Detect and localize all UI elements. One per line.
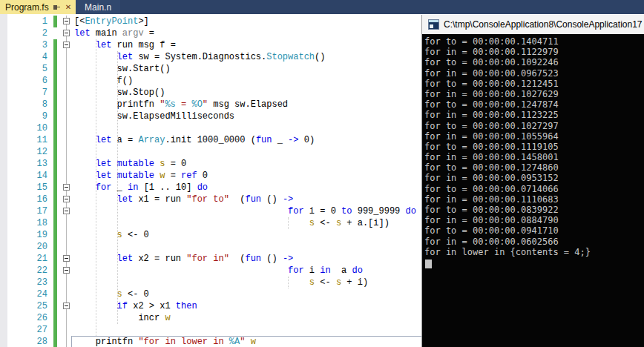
line-number: 13 — [0, 158, 53, 170]
change-bar — [53, 39, 57, 51]
console-app-icon — [428, 19, 439, 30]
change-bar — [53, 182, 57, 194]
ide-screen: Program.fs ✕ Main.n 1[<EntryPoint>]2let … — [0, 0, 644, 347]
outline-margin — [59, 87, 74, 99]
outline-margin — [59, 194, 74, 205]
outline-margin — [59, 253, 74, 265]
line-number: 15 — [0, 182, 53, 194]
outline-margin — [59, 158, 74, 170]
console-line: for in lower in {contents = 4;} — [424, 247, 644, 257]
console-line: for to = 00:00:00.1247874 — [424, 99, 644, 110]
line-number: 11 — [0, 134, 53, 146]
console-line: for to = 00:00:00.1404711 — [424, 36, 644, 47]
change-bar — [53, 253, 57, 265]
collapse-icon[interactable] — [63, 196, 70, 202]
console-line: for to = 00:00:00.0714066 — [424, 184, 644, 194]
change-bar — [53, 217, 57, 229]
change-bar — [53, 277, 57, 288]
console-line: for to = 00:00:00.1027297 — [424, 121, 644, 131]
outline-margin — [59, 27, 74, 39]
change-bar — [53, 158, 57, 170]
console-title-bar[interactable]: C:\tmp\ConsoleApplication8\ConsoleApplic… — [422, 15, 644, 34]
console-line: for in = 00:00:00.1110683 — [424, 194, 644, 205]
change-bar — [53, 122, 57, 134]
line-number: 21 — [0, 253, 53, 265]
line-number: 8 — [0, 99, 53, 110]
outline-margin — [59, 16, 74, 27]
console-window[interactable]: C:\tmp\ConsoleApplication8\ConsoleApplic… — [421, 15, 644, 347]
outline-margin — [59, 170, 74, 182]
collapse-icon[interactable] — [63, 303, 70, 309]
collapse-icon[interactable] — [63, 208, 70, 214]
outline-margin — [59, 336, 74, 347]
line-number: 3 — [0, 39, 53, 51]
collapse-icon[interactable] — [63, 255, 70, 262]
tab-program-fs[interactable]: Program.fs ✕ — [0, 0, 76, 14]
console-line: for in = 00:00:00.0884790 — [424, 215, 644, 225]
outline-margin — [59, 217, 74, 229]
line-number: 5 — [0, 63, 53, 75]
change-bar — [53, 75, 57, 87]
console-line: for to = 00:00:00.1274860 — [424, 162, 644, 173]
change-bar — [53, 288, 57, 300]
change-bar — [53, 194, 57, 205]
collapse-icon[interactable] — [63, 42, 70, 48]
outline-margin — [59, 99, 74, 110]
console-line: for in = 00:00:00.1123225 — [424, 110, 644, 120]
close-icon[interactable]: ✕ — [65, 4, 71, 11]
line-number: 6 — [0, 75, 53, 87]
change-bar — [53, 87, 57, 99]
change-bar — [53, 265, 57, 277]
pin-icon[interactable] — [53, 4, 61, 11]
console-line: for to = 00:00:00.1119105 — [424, 142, 644, 152]
console-line: for in = 00:00:00.0602566 — [424, 237, 644, 247]
change-bar — [53, 300, 57, 312]
line-number: 2 — [0, 27, 53, 39]
collapse-icon[interactable] — [63, 184, 70, 191]
line-number: 24 — [0, 288, 53, 300]
collapse-icon[interactable] — [63, 30, 70, 36]
outline-margin — [59, 39, 74, 51]
tab-bar: Program.fs ✕ Main.n — [0, 0, 644, 14]
line-number: 14 — [0, 170, 53, 182]
change-bar — [53, 16, 57, 27]
outline-margin — [59, 51, 74, 63]
outline-margin — [59, 205, 74, 217]
change-bar — [53, 241, 57, 253]
line-number: 9 — [0, 110, 53, 122]
collapse-icon[interactable] — [63, 18, 70, 24]
outline-margin — [59, 300, 74, 312]
line-number: 16 — [0, 194, 53, 205]
line-number: 12 — [0, 146, 53, 158]
change-bar — [53, 134, 57, 146]
change-bar — [53, 312, 57, 324]
outline-margin — [59, 288, 74, 300]
line-number: 10 — [0, 122, 53, 134]
console-line: for in = 00:00:00.1122979 — [424, 47, 644, 57]
console-line: for in = 00:00:00.0967523 — [424, 68, 644, 79]
line-number: 1 — [0, 16, 53, 27]
line-number: 26 — [0, 312, 53, 324]
outline-margin — [59, 63, 74, 75]
line-number: 7 — [0, 87, 53, 99]
tab-label: Main.n — [85, 2, 111, 13]
outline-margin — [59, 312, 74, 324]
change-bar — [53, 146, 57, 158]
outline-margin — [59, 110, 74, 122]
line-number: 19 — [0, 229, 53, 241]
console-line: for in = 00:00:00.1458001 — [424, 152, 644, 162]
change-bar — [53, 205, 57, 217]
collapse-icon[interactable] — [63, 267, 70, 274]
change-bar — [53, 324, 57, 336]
console-line: for to = 00:00:00.0941710 — [424, 225, 644, 236]
console-cursor — [425, 260, 432, 268]
outline-margin — [59, 182, 74, 194]
change-bar — [53, 170, 57, 182]
line-number: 23 — [0, 277, 53, 288]
console-line: for in = 00:00:00.0953152 — [424, 173, 644, 183]
outline-margin — [59, 229, 74, 241]
outline-margin — [59, 146, 74, 158]
tab-main-n[interactable]: Main.n — [76, 0, 120, 14]
change-bar — [53, 51, 57, 63]
line-number: 27 — [0, 324, 53, 336]
